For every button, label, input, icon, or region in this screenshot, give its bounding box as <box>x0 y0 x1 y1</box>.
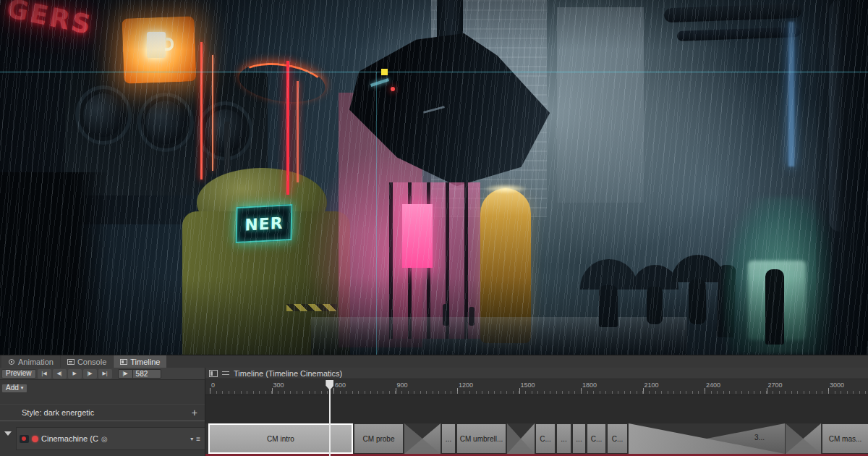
ruler-major-tick: 0 <box>210 388 210 394</box>
ruler-major-tick: 2700 <box>767 388 767 394</box>
clip-crossfade <box>507 423 535 454</box>
bottom-panel: Animation Console Timeline Preview |◀ ◀|… <box>0 355 868 456</box>
ruler-major-tick: 900 <box>396 388 396 394</box>
ruler-tick-label: 300 <box>273 381 284 389</box>
add-track-button[interactable]: Add ▾ <box>1 384 27 393</box>
play-button[interactable]: ▶ <box>68 369 82 379</box>
tab-bar: Animation Console Timeline <box>0 355 868 368</box>
clip-label: CM intro <box>267 435 294 443</box>
timeline-clip[interactable]: C... <box>535 423 556 454</box>
clip-crossfade <box>786 423 821 454</box>
chevron-down-icon: ▾ <box>21 384 24 392</box>
playhead-line[interactable] <box>329 380 331 456</box>
timeline-clip[interactable]: 3... <box>629 423 785 454</box>
clip-label: CM mas... <box>829 435 862 443</box>
step-forward-button[interactable]: |▶ <box>83 369 97 379</box>
composer-guide-horizontal <box>0 72 868 72</box>
timeline-clip[interactable]: CM intro <box>208 423 353 454</box>
track-group-foldout-icon[interactable] <box>4 431 12 436</box>
timeline-clip[interactable]: CM umbrell... <box>456 423 506 454</box>
ruler-tick-label: 2700 <box>768 381 783 389</box>
play-range-button[interactable]: |▶ <box>119 370 133 378</box>
preview-button[interactable]: Preview <box>1 369 36 379</box>
ruler-major-tick: 2100 <box>643 388 644 394</box>
ruler-tick-label: 0 <box>211 381 215 389</box>
tab-console[interactable]: Console <box>61 355 113 368</box>
ruler-major-tick: 3000 <box>828 388 829 394</box>
animation-icon <box>8 358 15 366</box>
game-view: GERS NER <box>0 0 868 355</box>
tab-animation[interactable]: Animation <box>1 355 60 368</box>
track-caret-icon[interactable]: ▾ <box>190 436 193 442</box>
ruler-major-tick: 1500 <box>519 388 520 394</box>
timeline-clip[interactable]: C... <box>607 423 628 454</box>
clip-label: C... <box>612 435 624 443</box>
timeline-clip[interactable]: C... <box>587 423 606 454</box>
clip-label: CM umbrell... <box>460 435 503 443</box>
timeline-options-icon[interactable] <box>222 371 229 376</box>
tracking-target-marker <box>381 69 388 75</box>
tab-timeline[interactable]: Timeline <box>114 355 166 368</box>
clip-label: ... <box>561 435 566 443</box>
tab-timeline-label: Timeline <box>130 358 160 366</box>
composer-guide-vertical <box>376 72 377 355</box>
clip-label: CM probe <box>363 435 395 443</box>
timeline-body: CM introCM probe...CM umbrell...C.......… <box>205 395 868 456</box>
ruler-major-tick: 2400 <box>705 388 705 394</box>
ruler-tick-label: 2100 <box>644 381 659 389</box>
clip-label: C... <box>591 435 603 443</box>
ruler-tick-label: 3000 <box>830 381 844 389</box>
timeline-asset-icon[interactable] <box>209 370 218 377</box>
unity-editor: GERS NER <box>0 0 868 456</box>
ruler-tick-label: 2400 <box>706 381 720 389</box>
clip-label: C... <box>540 435 551 443</box>
timeline-toolbar: Preview |◀ ◀| ▶ |▶ ▶| |▶ 582 <box>0 368 205 380</box>
timeline-title: Timeline (Timeline Cinematics) <box>234 369 342 378</box>
style-add-button[interactable]: + <box>192 407 197 418</box>
ruler-tick-label: 900 <box>397 381 408 389</box>
clips-lane: CM introCM probe...CM umbrell...C.......… <box>205 423 868 454</box>
timeline-clip[interactable]: ... <box>556 423 571 454</box>
ruler-tick-label: 1500 <box>521 381 535 389</box>
ruler-tick-label: 600 <box>335 381 346 389</box>
timeline-clip[interactable]: CM mas... <box>822 423 868 454</box>
clip-label: ... <box>576 435 582 443</box>
frame-counter-field[interactable]: 582 <box>133 370 161 378</box>
style-row[interactable]: Style: dark energetic + <box>0 404 205 421</box>
cinemachine-track-header[interactable]: Cinemachine (C ◎ ▾ ≡ <box>16 427 205 450</box>
target-picker-icon[interactable]: ◎ <box>101 435 108 443</box>
ruler-major-tick: 600 <box>333 388 334 394</box>
ruler-major-tick: 1200 <box>457 388 458 394</box>
timeline-clip[interactable]: ... <box>572 423 586 454</box>
add-track-label: Add <box>6 384 19 392</box>
ruler-major-tick: 1800 <box>581 388 582 394</box>
style-label: Style: dark energetic <box>22 408 94 417</box>
ruler-major-tick: 300 <box>272 388 273 394</box>
timeline-left-panel: Preview |◀ ◀| ▶ |▶ ▶| |▶ 582 Add ▾ <box>0 368 205 456</box>
goto-start-button[interactable]: |◀ <box>38 369 51 379</box>
frame-counter-group: |▶ 582 <box>118 369 161 379</box>
timeline-area: Timeline (Timeline Cinematics) 030060090… <box>205 368 868 456</box>
timeline-ruler[interactable]: 03006009001200150018002100240027003000 <box>205 379 868 395</box>
clip-crossfade <box>404 423 441 454</box>
timeline-icon <box>120 358 127 366</box>
timeline-clip[interactable]: CM probe <box>354 423 404 454</box>
track-menu-icon[interactable]: ≡ <box>196 435 200 443</box>
rain-overlay <box>0 0 868 355</box>
ruler-tick-label: 1800 <box>582 381 597 389</box>
timeline-clip[interactable]: ... <box>441 423 456 454</box>
step-back-button[interactable]: ◀| <box>53 369 67 379</box>
clip-label: 3... <box>754 434 765 442</box>
goto-end-button[interactable]: ▶| <box>98 369 112 379</box>
ruler-tick-label: 1200 <box>459 381 473 389</box>
tab-console-label: Console <box>77 358 106 366</box>
track-name: Cinemachine (C <box>41 434 98 443</box>
add-row: Add ▾ <box>0 381 205 394</box>
clip-label: ... <box>446 435 451 443</box>
timeline-header: Timeline (Timeline Cinematics) <box>205 368 868 379</box>
console-icon <box>67 358 75 366</box>
cinemachine-icon <box>20 435 29 443</box>
record-dot-icon[interactable] <box>32 436 38 442</box>
tab-animation-label: Animation <box>18 358 54 366</box>
